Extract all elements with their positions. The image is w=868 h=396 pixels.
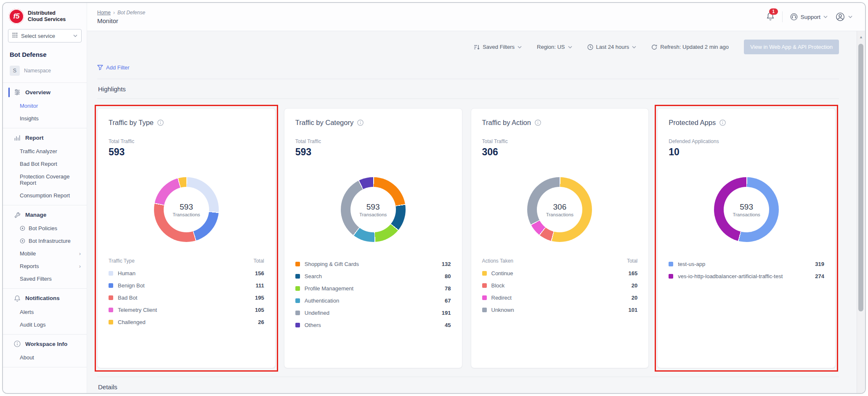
legend-row-continue[interactable]: Continue165 — [482, 267, 638, 279]
sidebar-section-manage[interactable]: Manage — [3, 205, 87, 222]
saved-filters-dropdown[interactable]: Saved Filters — [474, 44, 522, 50]
sidebar-item-consumption-report[interactable]: Consumption Report — [3, 189, 87, 202]
legend-row-ves-io-http-loadbalancer-artificial-traffic-test[interactable]: ves-io-http-loadbalancer-artificial-traf… — [669, 270, 824, 282]
highlight-cards-row: Traffic by Type Total Traffic 593 593 Tr… — [97, 108, 836, 368]
legend-value: 101 — [629, 307, 638, 313]
legend-swatch — [109, 308, 113, 312]
legend-swatch — [109, 295, 113, 300]
add-filter-button[interactable]: Add Filter — [97, 64, 130, 71]
support-menu[interactable]: Support — [790, 13, 828, 21]
brand-logo[interactable]: f5 Distributed Cloud Services — [3, 8, 87, 28]
sidebar-item-monitor[interactable]: Monitor — [3, 99, 87, 112]
notifications-icon — [14, 295, 21, 302]
sidebar-section-overview[interactable]: Overview — [3, 83, 87, 99]
breadcrumb-home-link[interactable]: Home — [97, 10, 111, 16]
legend-row-human[interactable]: Human156 — [109, 267, 264, 279]
donut-chart[interactable]: 593 Transactions — [154, 177, 219, 242]
legend-row-redirect[interactable]: Redirect20 — [482, 292, 638, 304]
legend-label: Unknown — [491, 307, 624, 313]
sidebar-item-mobile[interactable]: Mobile› — [3, 247, 87, 260]
legend-row-undefined[interactable]: Undefined191 — [295, 307, 451, 319]
legend-row-benign-bot[interactable]: Benign Bot111 — [109, 279, 264, 292]
time-range-dropdown[interactable]: Last 24 hours — [587, 44, 637, 50]
chevron-down-icon — [73, 35, 77, 37]
chevron-down-icon — [848, 16, 852, 18]
info-icon — [14, 340, 21, 347]
vertical-scrollbar[interactable]: ▲ — [857, 31, 865, 393]
breadcrumb: Home › Bot Defense — [97, 10, 145, 16]
region-dropdown[interactable]: Region: US — [537, 44, 572, 50]
sidebar-item-traffic-analyzer[interactable]: Traffic Analyzer — [3, 145, 87, 157]
donut-chart[interactable]: 593 Transactions — [341, 177, 406, 242]
view-in-waap-button[interactable]: View in Web App & API Protection — [744, 40, 839, 54]
refresh-button[interactable]: Refresh: Updated 2 min ago — [651, 44, 729, 50]
legend-value: 45 — [445, 322, 451, 328]
sidebar-section-workspace-info[interactable]: Workspace Info — [3, 335, 87, 351]
info-icon[interactable] — [719, 120, 726, 126]
divider — [97, 98, 839, 99]
info-icon[interactable] — [535, 120, 541, 126]
region-label: Region: US — [537, 44, 565, 50]
chevron-down-icon — [823, 16, 828, 18]
sidebar-section-items: AlertsAudit Logs — [3, 306, 87, 334]
avatar-icon — [835, 12, 845, 22]
content: Saved Filters Region: US Last 24 hours — [87, 31, 865, 393]
sidebar-item-audit-logs[interactable]: Audit Logs — [3, 318, 87, 331]
legend-swatch — [482, 271, 487, 276]
sidebar-item-bot-infrastructure[interactable]: Bot Infrastructure — [3, 234, 87, 247]
sidebar-item-label: Insights — [20, 115, 39, 122]
service-selector[interactable]: Select service — [8, 29, 82, 43]
legend-row-shopping-gift-cards[interactable]: Shopping & Gift Cards132 — [295, 258, 451, 270]
legend-row-bad-bot[interactable]: Bad Bot195 — [109, 292, 264, 304]
legend-row-search[interactable]: Search80 — [295, 270, 451, 282]
notifications-bell-button[interactable]: 1 — [766, 11, 775, 22]
legend-row-challenged[interactable]: Challenged26 — [109, 316, 264, 328]
legend-swatch — [295, 262, 300, 266]
legend-swatch — [295, 286, 300, 291]
sidebar-item-reports[interactable]: Reports› — [3, 260, 87, 272]
sidebar-section-items: MonitorInsights — [3, 99, 87, 128]
sidebar-item-alerts[interactable]: Alerts — [3, 306, 87, 318]
legend-row-unknown[interactable]: Unknown101 — [482, 304, 638, 316]
f5-logo-icon: f5 — [9, 9, 24, 24]
scroll-up-arrow-icon[interactable]: ▲ — [857, 35, 865, 39]
legend-row-test-us-app[interactable]: test-us-app319 — [669, 258, 824, 270]
info-icon[interactable] — [157, 120, 164, 126]
card-legend: Actions Taken Total Continue165Block20Re… — [482, 258, 638, 316]
sidebar-section-report[interactable]: Report — [3, 128, 87, 145]
legend-label: Undefined — [305, 310, 437, 316]
sidebar-section-label: Workspace Info — [25, 341, 67, 347]
sidebar-item-protection-coverage-report[interactable]: Protection Coverage Report — [3, 170, 87, 189]
donut-chart[interactable]: 306 Transactions — [527, 177, 592, 242]
divider — [782, 11, 783, 22]
service-selector-label: Select service — [21, 33, 55, 39]
sidebar-item-saved-filters[interactable]: Saved Filters — [3, 272, 87, 285]
legend-row-authentication[interactable]: Authentication67 — [295, 295, 451, 307]
sidebar-section-notifications[interactable]: Notifications — [3, 289, 87, 306]
donut-chart[interactable]: 593 Transactions — [714, 177, 779, 242]
legend-row-others[interactable]: Others45 — [295, 319, 451, 331]
topbar: Home › Bot Defense Monitor 1 — [87, 3, 865, 31]
user-menu[interactable] — [835, 12, 852, 22]
namespace-label: Namespace — [24, 68, 51, 74]
main-area: Home › Bot Defense Monitor 1 — [87, 3, 865, 393]
info-icon[interactable] — [357, 120, 364, 126]
sidebar-item-bad-bot-report[interactable]: Bad Bot Report — [3, 157, 87, 170]
legend-label: Continue — [491, 270, 624, 276]
sidebar-item-insights[interactable]: Insights — [3, 112, 87, 125]
sidebar-item-bot-policies[interactable]: Bot Policies — [3, 222, 87, 234]
card-protected-apps: Protected Apps Defended Applications 10 … — [657, 108, 836, 368]
scrollbar-thumb[interactable] — [858, 44, 863, 311]
chevron-down-icon — [568, 46, 572, 48]
overview-icon — [14, 89, 21, 96]
card-stat-value: 593 — [295, 146, 451, 158]
legend-row-profile-management[interactable]: Profile Management78 — [295, 282, 451, 295]
legend-value: 319 — [815, 261, 824, 267]
chevron-down-icon — [518, 46, 522, 48]
legend-swatch — [482, 295, 487, 300]
legend-swatch — [109, 320, 113, 324]
legend-row-block[interactable]: Block20 — [482, 279, 638, 292]
legend-row-telemetry-client[interactable]: Telemetry Client105 — [109, 304, 264, 316]
sidebar-item-about[interactable]: About — [3, 351, 87, 364]
namespace-row[interactable]: S Namespace — [3, 63, 87, 82]
